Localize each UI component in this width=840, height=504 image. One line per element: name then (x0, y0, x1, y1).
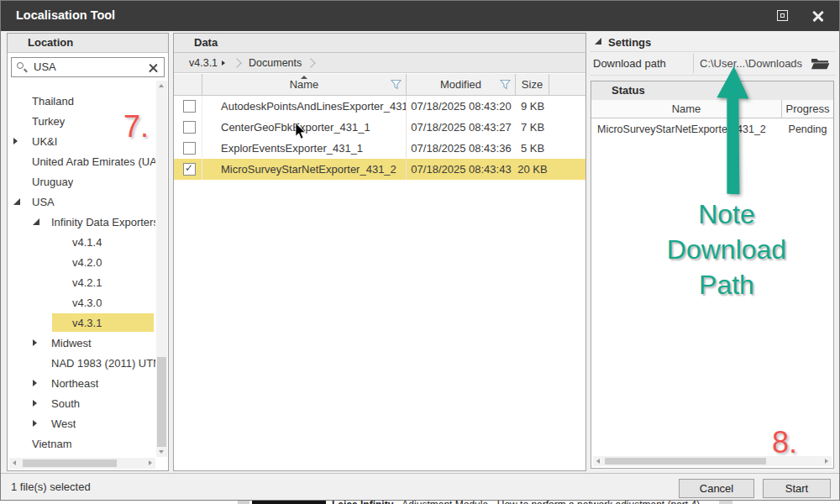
annotation-step-7: 7. (123, 109, 149, 144)
tree-item-united-arab-emirates-uae[interactable]: United Arab Emirates (UAE) (8, 151, 155, 171)
field-separator (693, 54, 694, 73)
tree-item-thailand[interactable]: Thailand (8, 91, 155, 111)
clear-search-icon[interactable] (149, 63, 158, 72)
modified-cell: 07/18/2025 08:43:43 (407, 159, 516, 180)
filter-icon[interactable] (391, 79, 402, 92)
tree-item-uruguay[interactable]: Uruguay (8, 171, 155, 192)
select-all-column-header[interactable] (174, 74, 202, 95)
checkbox-unchecked[interactable] (183, 121, 196, 134)
breadcrumb-dropdown-icon[interactable] (222, 60, 225, 66)
browse-folder-button[interactable] (811, 57, 830, 71)
tree-expanded-icon[interactable] (33, 218, 51, 225)
chevron-right-icon (307, 58, 316, 67)
search-icon (17, 62, 29, 74)
size-cell: 9 KB (516, 96, 549, 117)
empty-cell (549, 117, 585, 138)
tree-item-v4-2-1[interactable]: v4.2.1 (8, 272, 155, 292)
tree-expanded-icon[interactable] (13, 198, 32, 205)
table-row[interactable]: CenterGeoFbkExporter_431_107/18/2025 08:… (174, 117, 585, 138)
empty-column-header (549, 74, 585, 95)
filter-icon[interactable] (500, 79, 511, 92)
checkbox-unchecked[interactable] (183, 100, 196, 113)
status-progress-cell: Pending (782, 123, 833, 135)
table-row[interactable]: MicroSurveyStarNetExporter_431_207/18/20… (174, 159, 585, 180)
scroll-right-icon[interactable] (149, 460, 152, 465)
background-fragment (252, 501, 326, 504)
scrollbar-thumb[interactable] (23, 459, 117, 467)
scrollbar-thumb[interactable] (157, 357, 166, 447)
tree-item-west[interactable]: West (8, 413, 155, 433)
empty-cell (549, 159, 585, 180)
titlebar: Localisation Tool (1, 1, 839, 31)
tree-collapsed-icon[interactable] (33, 400, 51, 407)
table-row[interactable]: ExplorEventsExporter_431_107/18/2025 08:… (174, 138, 585, 159)
tree-collapsed-icon[interactable] (33, 339, 51, 346)
tree-item-infinity-data-exporters[interactable]: Infinity Data Exporters (8, 212, 155, 232)
expander-expanded-icon[interactable] (595, 38, 601, 45)
breadcrumb: v4.3.1 Documents (174, 53, 585, 73)
checkbox-checked[interactable] (183, 163, 196, 176)
tree-collapsed-icon[interactable] (13, 138, 32, 144)
file-name-cell[interactable]: AutodeskPointsAndLinesExporter_431_1 (202, 96, 407, 117)
tree-item-label: Thailand (32, 95, 74, 108)
modified-column-header[interactable]: Modified (407, 74, 516, 95)
start-button[interactable]: Start (763, 479, 831, 498)
name-column-header[interactable]: Name (202, 74, 407, 95)
tree-item-northeast[interactable]: Northeast (8, 373, 155, 393)
tree-item-label: Infinity Data Exporters (51, 216, 155, 228)
size-column-header[interactable]: Size (516, 74, 549, 95)
modified-cell: 07/18/2025 08:43:36 (407, 138, 516, 159)
tree-item-vietnam[interactable]: Vietnam (8, 433, 155, 454)
scrollbar-thumb[interactable] (605, 458, 766, 465)
tree-collapsed-icon[interactable] (33, 380, 51, 386)
scroll-down-icon[interactable] (159, 450, 164, 454)
tree-item-v4-2-0[interactable]: v4.2.0 (8, 252, 155, 272)
row-checkbox-cell (174, 117, 202, 138)
settings-expander[interactable]: Settings (590, 33, 836, 52)
scroll-left-icon[interactable] (596, 459, 600, 464)
tree-item-midwest[interactable]: Midwest (8, 333, 155, 353)
breadcrumb-documents[interactable]: Documents (249, 57, 302, 69)
annotation-step-8: 8. (772, 425, 797, 460)
file-name-cell[interactable]: MicroSurveyStarNetExporter_431_2 (202, 159, 407, 180)
scroll-left-icon[interactable] (13, 460, 16, 465)
tree-item-v4-1-4[interactable]: v4.1.4 (8, 232, 155, 252)
footer-bar: 1 file(s) selected Cancel Start (1, 473, 839, 500)
close-button[interactable] (811, 9, 826, 23)
background-page-title: Leica Infinity - Adjustment Module - How… (332, 501, 700, 504)
location-panel: Location USA ThailandTurkeyUK&IUnited Ar… (7, 33, 169, 471)
modified-cell: 07/18/2025 08:43:20 (407, 96, 516, 117)
search-input[interactable]: USA (11, 57, 165, 77)
restore-button[interactable] (777, 10, 789, 22)
breadcrumb-version[interactable]: v4.3.1 (189, 57, 218, 69)
file-name-cell[interactable]: ExplorEventsExporter_431_1 (202, 138, 407, 159)
tree-item-south[interactable]: South (8, 393, 155, 413)
data-grid-body: AutodeskPointsAndLinesExporter_431_107/1… (174, 96, 585, 470)
annotation-arrow-up (710, 66, 760, 196)
modified-cell: 07/18/2025 08:43:27 (407, 117, 516, 138)
tree-item-label: NAD 1983 (2011) UTM (51, 357, 155, 370)
tree-item-nad-1983-2011-utm[interactable]: NAD 1983 (2011) UTM (8, 353, 155, 373)
tree-item-label: UK&I (32, 135, 57, 148)
selection-count-text: 1 file(s) selected (11, 480, 91, 493)
tree-item-usa[interactable]: USA (8, 192, 155, 212)
tree-item-v4-3-0[interactable]: v4.3.0 (8, 292, 155, 312)
status-progress-column-header[interactable]: Progress (782, 100, 833, 118)
tree-collapsed-icon[interactable] (33, 420, 51, 427)
tree-vertical-scrollbar[interactable] (156, 81, 167, 457)
scroll-up-icon[interactable] (159, 84, 164, 87)
checkbox-unchecked[interactable] (183, 142, 196, 155)
folder-icon (811, 57, 830, 71)
tree-item-v4-3-1[interactable]: v4.3.1 (8, 312, 155, 333)
background-fragment (238, 501, 249, 504)
row-checkbox-cell (174, 96, 202, 117)
tree-item-label: Midwest (51, 337, 92, 349)
search-value: USA (34, 60, 56, 73)
data-panel: Data v4.3.1 Documents Name Modifie (173, 33, 586, 471)
empty-cell (549, 138, 585, 159)
background-fragment (719, 501, 732, 504)
table-row[interactable]: AutodeskPointsAndLinesExporter_431_107/1… (174, 96, 585, 117)
tree-horizontal-scrollbar[interactable] (9, 458, 155, 469)
scroll-right-icon[interactable] (825, 459, 828, 464)
cancel-button[interactable]: Cancel (679, 479, 754, 498)
